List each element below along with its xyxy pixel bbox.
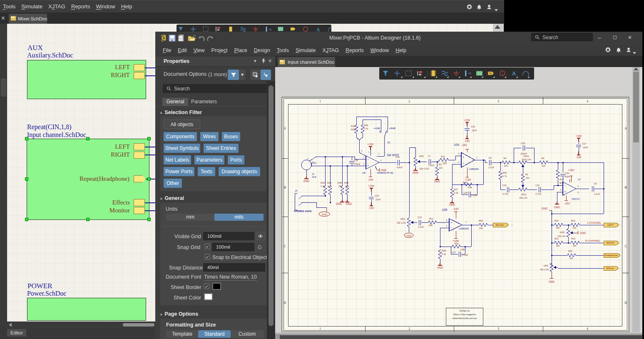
svg-text:10uF: 10uF <box>472 129 477 132</box>
svg-text:100k LIN: 100k LIN <box>522 158 531 161</box>
svg-text:10k: 10k <box>338 185 342 187</box>
svg-text:2.2k: 2.2k <box>321 185 325 187</box>
svg-text:C8: C8 <box>488 157 491 159</box>
svg-text:7: 7 <box>466 221 467 224</box>
svg-text:R.CHANNEL: R.CHANNEL <box>585 239 600 242</box>
svg-text:15k: 15k <box>573 227 577 229</box>
svg-text:VR10: VR10 <box>523 155 529 157</box>
svg-text:C17: C17 <box>582 142 586 145</box>
svg-text:XLR: XLR <box>312 176 316 178</box>
svg-text:1: 1 <box>378 152 380 155</box>
svg-text:D: D <box>284 301 286 305</box>
svg-text:R46: R46 <box>502 172 507 174</box>
svg-text:LEFT: LEFT <box>607 223 614 226</box>
svg-text:+: + <box>462 156 464 159</box>
svg-text:22k: 22k <box>504 165 508 167</box>
svg-text:6.8k: 6.8k <box>468 186 472 189</box>
svg-text:RIGHT: RIGHT <box>607 241 614 244</box>
svg-text:-III: -III <box>468 72 471 75</box>
svg-text:-15V: -15V <box>464 140 470 142</box>
svg-text:-15V: -15V <box>453 207 459 210</box>
svg-text:2: 2 <box>408 327 410 331</box>
svg-text:A: A <box>284 127 286 130</box>
svg-text:R22: R22 <box>571 219 575 222</box>
svg-text:›: › <box>622 254 622 257</box>
svg-text:A: A <box>512 70 516 77</box>
svg-text:3: 3 <box>363 163 365 165</box>
svg-text:4: 4 <box>587 327 588 331</box>
svg-text:C27: C27 <box>452 251 456 254</box>
svg-text:-15V: -15V <box>368 178 373 181</box>
svg-text:R11: R11 <box>441 155 445 158</box>
svg-text:+: + <box>367 164 369 167</box>
svg-text:D: D <box>624 301 627 305</box>
svg-text:›: › <box>620 267 621 269</box>
svg-text:GND: GND <box>434 180 440 183</box>
svg-text:GND: GND <box>437 266 443 269</box>
svg-text:4.7k: 4.7k <box>364 127 368 130</box>
svg-text:LM833M: LM833M <box>459 227 468 230</box>
svg-text:1: 1 <box>319 327 321 331</box>
svg-text:GND: GND <box>406 234 412 237</box>
svg-text:R28: R28 <box>442 249 446 252</box>
svg-text:15k: 15k <box>573 244 577 247</box>
svg-text:1: 1 <box>319 100 321 103</box>
svg-text:GND: GND <box>380 169 387 172</box>
svg-text:2.2uF: 2.2uF <box>488 166 495 169</box>
svg-text:U6: U6 <box>362 172 366 174</box>
svg-text:6: 6 <box>380 159 382 162</box>
svg-text:VR4: VR4 <box>543 264 548 267</box>
svg-text:C18: C18 <box>375 194 379 197</box>
svg-text:C28: C28 <box>463 192 467 194</box>
svg-text:3: 3 <box>497 100 499 103</box>
svg-text:R25: R25 <box>321 182 325 184</box>
svg-text:270pF: 270pF <box>462 254 468 256</box>
svg-text:-15V: -15V <box>576 156 582 159</box>
svg-text:+30dB: +30dB <box>389 127 395 130</box>
svg-text:4: 4 <box>587 100 588 103</box>
svg-text:10uF: 10uF <box>583 146 588 149</box>
svg-text:R47: R47 <box>559 178 564 181</box>
svg-text:2: 2 <box>408 100 410 103</box>
svg-text:+15V: +15V <box>464 119 470 122</box>
svg-text:STEREO JACK: STEREO JACK <box>294 210 312 212</box>
svg-text:20k LIN: 20k LIN <box>520 197 527 199</box>
svg-text:10R: 10R <box>428 224 433 227</box>
svg-text:7: 7 <box>368 151 370 154</box>
svg-text:−: − <box>564 184 566 187</box>
svg-text:D1: D1 <box>489 72 492 75</box>
svg-text:GND: GND <box>413 171 419 174</box>
svg-text:C32: C32 <box>535 184 540 187</box>
svg-text:3: 3 <box>497 327 499 331</box>
svg-text:2: 2 <box>458 161 460 163</box>
svg-text:22k: 22k <box>542 165 546 167</box>
svg-text:-15V: -15V <box>368 207 374 209</box>
svg-text:22k: 22k <box>526 177 530 179</box>
svg-text:+15V: +15V <box>568 169 574 172</box>
svg-text:6.8k: 6.8k <box>460 248 465 251</box>
svg-text:B: B <box>284 186 286 189</box>
svg-text:J.CHANNEL: J.CHANNEL <box>587 221 602 224</box>
svg-text:R50: R50 <box>479 219 483 222</box>
svg-text:Design by: Design by <box>460 309 470 312</box>
svg-text:Effects: Effects <box>607 267 614 269</box>
svg-text:10k LOG: 10k LOG <box>397 222 406 224</box>
svg-text:R20: R20 <box>554 219 559 222</box>
svg-text:8: 8 <box>361 150 363 152</box>
svg-text:330R: 330R <box>351 128 356 131</box>
svg-text:R12: R12 <box>429 217 433 220</box>
svg-text:10k: 10k <box>346 185 349 187</box>
svg-text:U2A: U2A <box>454 143 460 146</box>
svg-text:R45: R45 <box>364 124 368 127</box>
svg-text:R27: R27 <box>454 188 458 191</box>
svg-text:+: + <box>564 190 566 193</box>
svg-text:B: B <box>624 186 627 189</box>
svg-text:+15V: +15V <box>368 184 375 187</box>
svg-text:Monitor: Monitor <box>496 223 505 226</box>
svg-text:C30: C30 <box>395 156 400 158</box>
svg-text:R5: R5 <box>525 173 528 176</box>
svg-text:-III: -III <box>269 28 271 31</box>
svg-text:C10: C10 <box>418 216 422 219</box>
svg-text:15k: 15k <box>556 227 560 229</box>
svg-text:+10dB: +10dB <box>373 127 380 130</box>
